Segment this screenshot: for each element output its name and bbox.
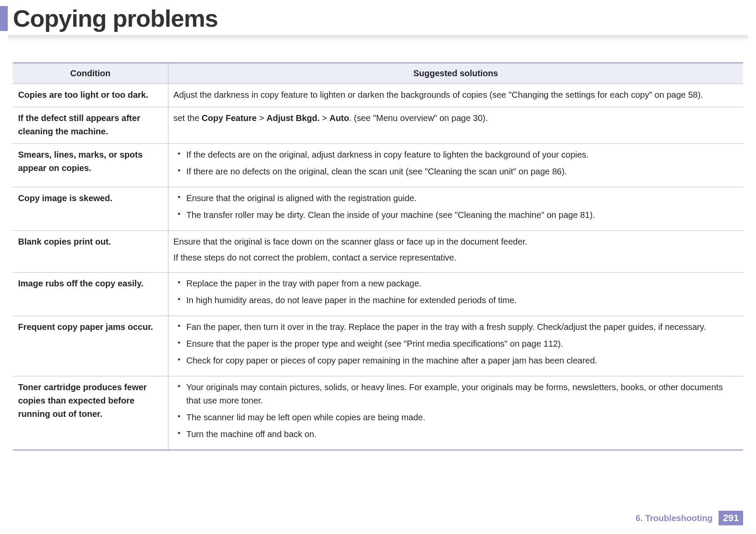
solution-para: Ensure that the original is face down on… — [174, 235, 738, 248]
solution-text-prefix: set the — [174, 113, 202, 123]
table-row: Copies are too light or too dark. Adjust… — [13, 84, 743, 107]
page-title: Copying problems — [13, 4, 218, 32]
solution-cell: If the defects are on the original, adju… — [168, 144, 743, 187]
solution-item: In high humidity areas, do not leave pap… — [174, 294, 738, 307]
solution-item: Fan the paper, then turn it over in the … — [174, 320, 738, 334]
solution-item: Ensure that the original is aligned with… — [174, 192, 738, 205]
solution-bold: Auto — [330, 113, 349, 123]
solution-item: Ensure that the paper is the proper type… — [174, 337, 738, 351]
solution-item: If the defects are on the original, adju… — [174, 148, 738, 161]
footer-chapter: 6. Troubleshooting — [635, 513, 712, 523]
solution-sep: > — [320, 113, 330, 123]
table-row: Blank copies print out. Ensure that the … — [13, 231, 743, 273]
solution-item: The scanner lid may be left open while c… — [174, 411, 738, 424]
solution-cell: Adjust the darkness in copy feature to l… — [168, 84, 743, 107]
solution-cell: Ensure that the original is aligned with… — [168, 187, 743, 231]
table-row: Toner cartridge produces fewer copies th… — [13, 376, 743, 450]
solution-text: Adjust the darkness in copy feature to l… — [174, 90, 703, 99]
solution-cell: set the Copy Feature > Adjust Bkgd. > Au… — [168, 107, 743, 144]
page-header: Copying problems — [0, 0, 756, 32]
solution-sep: > — [257, 113, 267, 123]
condition-cell: If the defect still appears after cleani… — [13, 107, 168, 144]
table-row: Copy image is skewed. Ensure that the or… — [13, 187, 743, 231]
condition-cell: Blank copies print out. — [13, 231, 168, 273]
solution-item: Replace the paper in the tray with paper… — [174, 277, 738, 290]
condition-cell: Frequent copy paper jams occur. — [13, 316, 168, 376]
solution-bold: Copy Feature — [202, 113, 257, 123]
page-footer: 6. Troubleshooting 291 — [635, 511, 743, 525]
solution-cell: Ensure that the original is face down on… — [168, 231, 743, 273]
solution-cell: Replace the paper in the tray with paper… — [168, 273, 743, 316]
header-solutions: Suggested solutions — [168, 63, 743, 84]
footer-page-number: 291 — [719, 511, 743, 525]
header-shadow — [8, 35, 748, 42]
solution-para: If these steps do not correct the proble… — [174, 251, 738, 264]
solution-item: The transfer roller may be dirty. Clean … — [174, 208, 738, 222]
condition-cell: Copies are too light or too dark. — [13, 84, 168, 107]
solution-item: If there are no defects on the original,… — [174, 165, 738, 178]
table-row: Frequent copy paper jams occur. Fan the … — [13, 316, 743, 376]
table-row: Image rubs off the copy easily. Replace … — [13, 273, 743, 316]
solution-item: Turn the machine off and back on. — [174, 428, 738, 441]
condition-cell: Smears, lines, marks, or spots appear on… — [13, 144, 168, 187]
table-row: Smears, lines, marks, or spots appear on… — [13, 144, 743, 187]
condition-cell: Toner cartridge produces fewer copies th… — [13, 376, 168, 450]
solution-bold: Adjust Bkgd. — [267, 113, 320, 123]
header-condition: Condition — [13, 63, 168, 84]
solution-cell: Your originals may contain pictures, sol… — [168, 376, 743, 450]
troubleshooting-table: Condition Suggested solutions Copies are… — [13, 62, 743, 450]
troubleshooting-table-wrap: Condition Suggested solutions Copies are… — [13, 62, 743, 450]
solution-item: Your originals may contain pictures, sol… — [174, 381, 738, 407]
condition-cell: Copy image is skewed. — [13, 187, 168, 231]
solution-cell: Fan the paper, then turn it over in the … — [168, 316, 743, 376]
accent-block — [0, 6, 8, 31]
solution-text-suffix: . (see "Menu overview" on page 30). — [349, 113, 488, 123]
solution-item: Check for copy paper or pieces of copy p… — [174, 354, 738, 367]
condition-cell: Image rubs off the copy easily. — [13, 273, 168, 316]
table-row: If the defect still appears after cleani… — [13, 107, 743, 144]
table-header-row: Condition Suggested solutions — [13, 63, 743, 84]
